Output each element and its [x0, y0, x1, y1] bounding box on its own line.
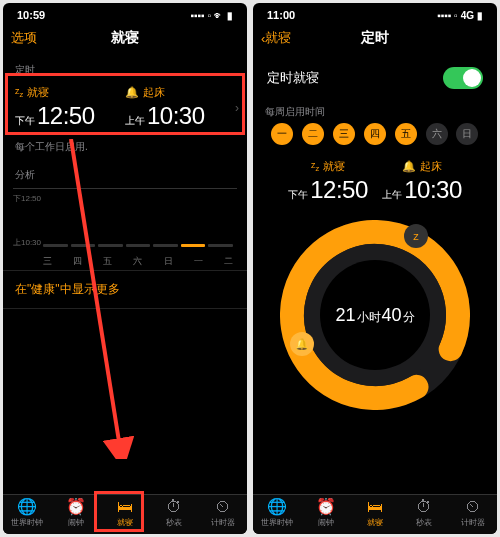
sleep-dial[interactable]: 21小时 40分 🔔 z [280, 220, 470, 410]
bedtime-title: 就寝 [27, 85, 49, 100]
tab-alarm[interactable]: ⏰闹钟 [302, 499, 351, 528]
page-title: 定时 [361, 29, 389, 47]
day-pill-2[interactable]: 三 [333, 123, 355, 145]
status-right: ▪▪▪▪ ▫ 4G ▮ [437, 10, 483, 21]
wake-value: 10:30 [147, 102, 205, 130]
battery-icon: ▮ [477, 10, 483, 21]
duration-label: 21小时 40分 [335, 305, 414, 326]
nav-header: 选项 就寝 [3, 23, 247, 57]
enable-bedtime-toggle[interactable] [443, 67, 483, 89]
bell-icon: 🔔 [402, 160, 416, 173]
signal-icon: ▪▪▪▪ ▫ [190, 10, 211, 21]
status-right: ▪▪▪▪ ▫ ᯤ ▮ [190, 10, 233, 21]
status-bar: 11:00 ▪▪▪▪ ▫ 4G ▮ [253, 3, 497, 23]
bedtime-wake-row[interactable]: zz 就寝 下午 12:50 🔔 起床 上午 10:30 › [3, 81, 247, 138]
wake-knob[interactable]: z [404, 224, 428, 248]
tab-world-clock[interactable]: 🌐世界时钟 [3, 499, 52, 528]
clock-time: 11:00 [267, 9, 295, 21]
day-pill-3[interactable]: 四 [364, 123, 386, 145]
nav-header: ‹ 就寝 定时 [253, 23, 497, 57]
timer-icon: ⏲ [465, 499, 481, 515]
globe-icon: 🌐 [17, 499, 37, 515]
status-bar: 10:59 ▪▪▪▪ ▫ ᯤ ▮ [3, 3, 247, 23]
enable-bedtime-label: 定时就寝 [267, 69, 319, 87]
clock-time: 10:59 [17, 9, 45, 21]
tab-bedtime[interactable]: 🛏就寝 [351, 499, 400, 528]
options-button[interactable]: 选项 [11, 29, 37, 47]
bedtime-block: zz 就寝 下午 12:50 [281, 159, 375, 204]
timer-icon: ⏲ [215, 499, 231, 515]
tab-alarm[interactable]: ⏰闹钟 [52, 499, 101, 528]
section-label-analysis: 分析 [3, 162, 247, 186]
chart-days: 三四五 六日一 二 [43, 255, 233, 268]
tab-bedtime[interactable]: 🛏就寝 [101, 499, 150, 528]
tab-stopwatch[interactable]: ⏱秒表 [399, 499, 448, 528]
wake-title: 起床 [143, 85, 165, 100]
tab-stopwatch[interactable]: ⏱秒表 [149, 499, 198, 528]
axis-bottom: 上10:30 [13, 237, 41, 248]
bedtime-value: 12:50 [310, 176, 368, 204]
bedtime-title: 就寝 [323, 159, 345, 174]
battery-icon: ▮ [227, 10, 233, 21]
chevron-right-icon: › [235, 101, 239, 115]
day-pill-1[interactable]: 二 [302, 123, 324, 145]
stopwatch-icon: ⏱ [416, 499, 432, 515]
back-button[interactable]: ‹ 就寝 [261, 29, 291, 47]
bedtime-prefix: 下午 [288, 188, 308, 202]
tab-timer[interactable]: ⏲计时器 [198, 499, 247, 528]
axis-top: 下12:50 [13, 193, 41, 204]
network-icon: ᯤ [214, 10, 224, 21]
bed-tab-icon: 🛏 [367, 499, 383, 515]
wake-block: 🔔 起床 上午 10:30 [375, 159, 469, 204]
day-pill-0[interactable]: 一 [271, 123, 293, 145]
repeat-note: 每个工作日启用. [3, 138, 247, 162]
wake-prefix: 上午 [382, 188, 402, 202]
wake-block: 🔔 起床 上午 10:30 [125, 85, 235, 130]
tab-bar: 🌐世界时钟 ⏰闹钟 🛏就寝 ⏱秒表 ⏲计时器 [3, 494, 247, 534]
analysis-chart: 下12:50 上10:30 三四五 六日一 二 [3, 186, 247, 270]
bedtime-value: 12:50 [37, 102, 95, 130]
bedtime-knob[interactable]: 🔔 [290, 332, 314, 356]
network-label: 4G [461, 10, 474, 21]
show-more-health-link[interactable]: 在"健康"中显示更多 [3, 270, 247, 309]
enable-bedtime-row: 定时就寝 [253, 57, 497, 99]
dial-inner: 21小时 40分 [320, 260, 430, 370]
stopwatch-icon: ⏱ [166, 499, 182, 515]
day-pill-4[interactable]: 五 [395, 123, 417, 145]
wake-prefix: 上午 [125, 114, 145, 128]
tab-world-clock[interactable]: 🌐世界时钟 [253, 499, 302, 528]
bedtime-prefix: 下午 [15, 114, 35, 128]
wake-value: 10:30 [404, 176, 462, 204]
phone-left: 10:59 ▪▪▪▪ ▫ ᯤ ▮ 选项 就寝 定时 zz 就寝 下午 12:50… [3, 3, 247, 534]
bell-icon: 🔔 [125, 86, 139, 99]
bed-icon: zz [311, 160, 319, 173]
signal-icon: ▪▪▪▪ ▫ [437, 10, 458, 21]
day-picker: 一 二 三 四 五 六 日 [253, 123, 497, 155]
alarm-icon: ⏰ [316, 499, 336, 515]
section-label-timer: 定时 [3, 57, 247, 81]
phone-right: 11:00 ▪▪▪▪ ▫ 4G ▮ ‹ 就寝 定时 定时就寝 每周启用时间 一 … [253, 3, 497, 534]
tab-timer[interactable]: ⏲计时器 [448, 499, 497, 528]
globe-icon: 🌐 [267, 499, 287, 515]
week-section-label: 每周启用时间 [253, 99, 497, 123]
day-pill-6[interactable]: 日 [456, 123, 478, 145]
alarm-icon: ⏰ [66, 499, 86, 515]
bed-tab-icon: 🛏 [117, 499, 133, 515]
bedtime-block: zz 就寝 下午 12:50 [15, 85, 125, 130]
bed-icon: zz [15, 86, 23, 99]
tab-bar: 🌐世界时钟 ⏰闹钟 🛏就寝 ⏱秒表 ⏲计时器 [253, 494, 497, 534]
bedtime-wake-row: zz 就寝 下午 12:50 🔔 起床 上午 10:30 [253, 155, 497, 212]
wake-title: 起床 [420, 159, 442, 174]
day-pill-5[interactable]: 六 [426, 123, 448, 145]
page-title: 就寝 [111, 29, 139, 47]
